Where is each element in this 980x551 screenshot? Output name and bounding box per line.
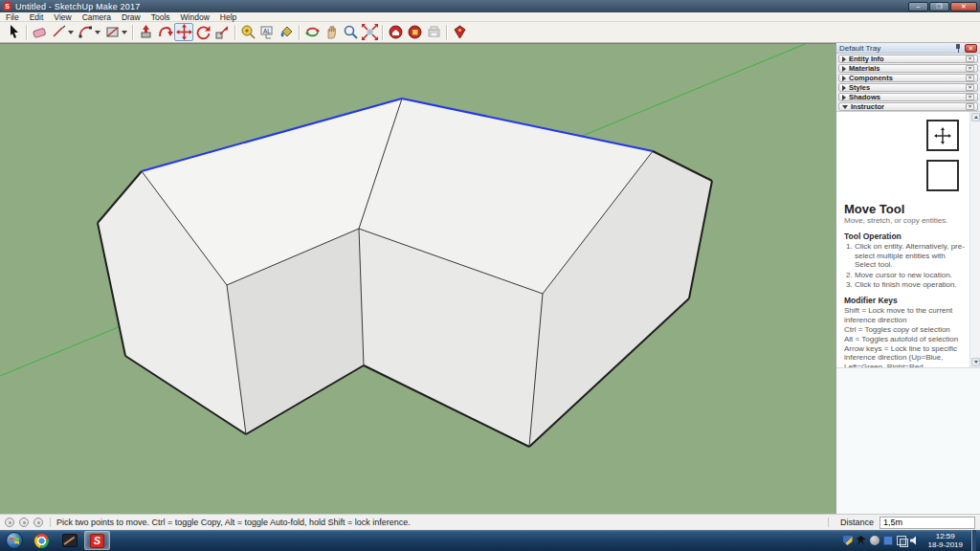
purchase-icon [452, 24, 468, 40]
rotate-icon [195, 24, 212, 40]
measurements-input[interactable] [880, 517, 975, 529]
help-status-icon[interactable] [33, 518, 43, 527]
menu-file[interactable]: File [6, 12, 19, 22]
status-message: Pick two points to move. Ctrl = toggle C… [56, 518, 411, 527]
viewport-canvas[interactable] [0, 43, 835, 514]
rotate-tool-button[interactable] [193, 23, 212, 41]
modifier-item: Arrow keys = Lock line to specific infer… [844, 344, 965, 368]
line-tool-button[interactable] [49, 23, 68, 41]
credits-status-icon[interactable] [19, 518, 29, 527]
pencil-app-icon [62, 534, 78, 547]
chrome-icon [34, 534, 49, 548]
instructor-subtitle: Move, stretch, or copy entities. [844, 216, 965, 226]
geolocation-status-icon[interactable] [5, 518, 14, 527]
volume-icon[interactable] [910, 536, 920, 545]
start-button[interactable] [2, 531, 27, 550]
menu-help[interactable]: Help [220, 12, 236, 22]
section-close-button[interactable]: × [966, 103, 974, 110]
step-item: Click on entity. Alternatively, pre-sele… [855, 242, 965, 270]
shape-tool-button[interactable] [76, 23, 95, 41]
taskbar-sketchup-button[interactable]: S [84, 531, 110, 550]
security-shield-icon[interactable] [843, 536, 853, 545]
show-desktop-button[interactable] [971, 530, 976, 551]
paint-bucket-tool-button[interactable] [277, 23, 296, 41]
purchase-button[interactable] [450, 23, 469, 41]
text-tool-button[interactable]: AL [257, 23, 277, 41]
paint-bucket-icon [278, 24, 295, 40]
chevron-down-icon [842, 105, 848, 109]
windows-update-icon[interactable] [883, 536, 893, 545]
minimize-button[interactable]: – [908, 2, 928, 11]
menu-draw[interactable]: Draw [122, 12, 141, 22]
clock-time: 12:59 [928, 532, 963, 540]
section-close-button[interactable]: × [966, 75, 974, 81]
section-close-button[interactable]: × [966, 65, 974, 72]
push-pull-icon [138, 24, 154, 40]
antenna-icon[interactable] [857, 536, 866, 545]
scroll-up-button[interactable] [971, 113, 980, 121]
tray-section-entity-info[interactable]: Entity Info × [838, 55, 978, 63]
taskbar-chrome-button[interactable] [29, 531, 55, 550]
tray-close-button[interactable]: ✕ [965, 44, 977, 53]
tray-title: Default Tray [839, 44, 880, 53]
share-model-button[interactable] [424, 23, 443, 41]
tray-section-components[interactable]: Components × [838, 74, 978, 82]
section-close-button[interactable]: × [966, 84, 974, 91]
menu-edit[interactable]: Edit [30, 12, 44, 22]
close-button[interactable]: ✕ [950, 2, 977, 11]
chevron-right-icon [842, 95, 846, 100]
section-close-button[interactable]: × [966, 55, 974, 62]
rectangle-icon [104, 24, 121, 40]
menu-camera[interactable]: Camera [82, 12, 111, 22]
rectangle-dropdown-arrow[interactable] [122, 31, 127, 34]
modifier-keys-list: Shift = Lock move to the current inferen… [844, 306, 965, 367]
extension-warehouse-button[interactable] [405, 23, 424, 41]
push-pull-tool-button[interactable] [136, 23, 155, 41]
scale-tool-button[interactable] [212, 23, 232, 41]
tool-operation-heading: Tool Operation [844, 232, 965, 242]
tape-measure-tool-button[interactable] [238, 23, 257, 41]
taskbar-app-button[interactable] [56, 531, 82, 550]
tray-section-shadows[interactable]: Shadows × [838, 93, 978, 101]
move-cursor-icon [934, 127, 951, 144]
pan-tool-button[interactable] [322, 23, 341, 41]
scroll-down-button[interactable] [971, 358, 980, 366]
zoom-icon [343, 24, 359, 40]
tray-section-materials[interactable]: Materials × [838, 64, 978, 73]
network-windows-icon[interactable] [897, 536, 906, 545]
move-cursor-preview-box [926, 120, 959, 151]
line-dropdown-arrow[interactable] [68, 31, 74, 34]
tray-section-styles[interactable]: Styles × [838, 83, 978, 92]
modifier-item: Shift = Lock move to the current inferen… [844, 306, 965, 324]
follow-me-tool-button[interactable] [155, 23, 174, 41]
eraser-tool-button[interactable] [30, 23, 49, 41]
instructor-panel: Move Tool Move, stretch, or copy entitie… [836, 111, 980, 367]
tray-app-icon[interactable] [870, 536, 880, 545]
eraser-icon [32, 24, 48, 40]
3d-warehouse-icon [388, 24, 404, 40]
maximize-button[interactable]: ❐ [929, 2, 949, 11]
pin-icon[interactable] [954, 44, 962, 53]
zoom-tool-button[interactable] [341, 23, 360, 41]
section-close-button[interactable]: × [966, 94, 974, 100]
instructor-scrollbar[interactable] [969, 112, 980, 367]
menu-view[interactable]: View [54, 12, 71, 22]
3d-warehouse-button[interactable] [386, 23, 405, 41]
chevron-right-icon [842, 66, 846, 72]
orbit-tool-button[interactable] [302, 23, 322, 41]
zoom-extents-button[interactable] [360, 23, 379, 41]
toolbar: AL [0, 22, 980, 43]
scale-icon [214, 24, 231, 40]
menu-window[interactable]: Window [181, 12, 210, 22]
taskbar-clock[interactable]: 12:59 18-9-2019 [924, 532, 968, 549]
default-tray-panel: Default Tray ✕ Entity Info × Materials ×… [835, 43, 980, 514]
orbit-icon [304, 24, 321, 40]
move-icon [176, 24, 192, 40]
tray-section-instructor[interactable]: Instructor × [838, 102, 978, 111]
select-tool-button[interactable] [4, 23, 23, 41]
text-label-icon: AL [259, 24, 276, 40]
rectangle-tool-button[interactable] [102, 23, 122, 41]
shape-dropdown-arrow[interactable] [95, 31, 100, 34]
move-tool-button[interactable] [174, 23, 193, 41]
menu-tools[interactable]: Tools [151, 12, 170, 22]
